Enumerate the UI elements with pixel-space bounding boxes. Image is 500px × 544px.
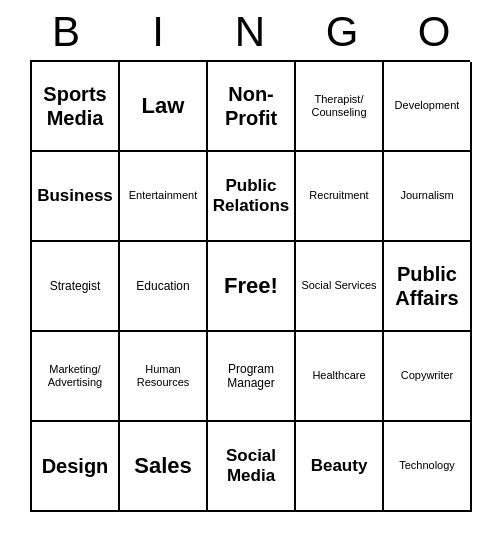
cell-text: Development (395, 99, 460, 112)
cell-text: Strategist (50, 279, 101, 293)
cell-r4-c2[interactable]: Social Media (208, 422, 296, 512)
cell-text: Free! (224, 273, 278, 299)
cell-text: Journalism (400, 189, 453, 202)
cell-r4-c4[interactable]: Technology (384, 422, 472, 512)
bingo-header: BINGO (20, 0, 480, 60)
cell-r2-c3[interactable]: Social Services (296, 242, 384, 332)
cell-r0-c4[interactable]: Development (384, 62, 472, 152)
cell-r4-c0[interactable]: Design (32, 422, 120, 512)
cell-r3-c3[interactable]: Healthcare (296, 332, 384, 422)
bingo-grid: Sports MediaLawNon-ProfitTherapist/ Coun… (30, 60, 470, 512)
cell-r3-c4[interactable]: Copywriter (384, 332, 472, 422)
cell-text: Social Media (212, 446, 290, 487)
cell-text: Program Manager (212, 362, 290, 391)
cell-r2-c1[interactable]: Education (120, 242, 208, 332)
cell-text: Law (142, 93, 185, 119)
cell-r3-c0[interactable]: Marketing/ Advertising (32, 332, 120, 422)
cell-text: Copywriter (401, 369, 454, 382)
cell-r0-c0[interactable]: Sports Media (32, 62, 120, 152)
cell-text: Non-Profit (212, 82, 290, 130)
cell-text: Business (37, 186, 113, 206)
cell-r1-c3[interactable]: Recruitment (296, 152, 384, 242)
cell-r2-c2[interactable]: Free! (208, 242, 296, 332)
bingo-letter-o: O (390, 8, 478, 56)
cell-text: Marketing/ Advertising (36, 363, 114, 389)
cell-text: Therapist/ Counseling (300, 93, 378, 119)
cell-r3-c1[interactable]: Human Resources (120, 332, 208, 422)
cell-text: Public Relations (212, 176, 290, 217)
bingo-letter-i: I (114, 8, 202, 56)
cell-text: Sales (134, 453, 192, 479)
cell-text: Sports Media (36, 82, 114, 130)
cell-r1-c0[interactable]: Business (32, 152, 120, 242)
cell-text: Public Affairs (388, 262, 466, 310)
cell-r1-c1[interactable]: Entertainment (120, 152, 208, 242)
cell-r1-c4[interactable]: Journalism (384, 152, 472, 242)
cell-text: Human Resources (124, 363, 202, 389)
cell-text: Beauty (311, 456, 368, 476)
cell-r3-c2[interactable]: Program Manager (208, 332, 296, 422)
cell-r1-c2[interactable]: Public Relations (208, 152, 296, 242)
cell-text: Recruitment (309, 189, 368, 202)
cell-r0-c3[interactable]: Therapist/ Counseling (296, 62, 384, 152)
bingo-letter-g: G (298, 8, 386, 56)
cell-r4-c1[interactable]: Sales (120, 422, 208, 512)
cell-text: Technology (399, 459, 455, 472)
bingo-letter-b: B (22, 8, 110, 56)
cell-r2-c0[interactable]: Strategist (32, 242, 120, 332)
cell-text: Social Services (301, 279, 376, 292)
cell-text: Education (136, 279, 189, 293)
cell-r2-c4[interactable]: Public Affairs (384, 242, 472, 332)
cell-text: Design (42, 454, 109, 478)
cell-text: Healthcare (312, 369, 365, 382)
bingo-letter-n: N (206, 8, 294, 56)
cell-r0-c2[interactable]: Non-Profit (208, 62, 296, 152)
cell-text: Entertainment (129, 189, 197, 202)
cell-r0-c1[interactable]: Law (120, 62, 208, 152)
cell-r4-c3[interactable]: Beauty (296, 422, 384, 512)
